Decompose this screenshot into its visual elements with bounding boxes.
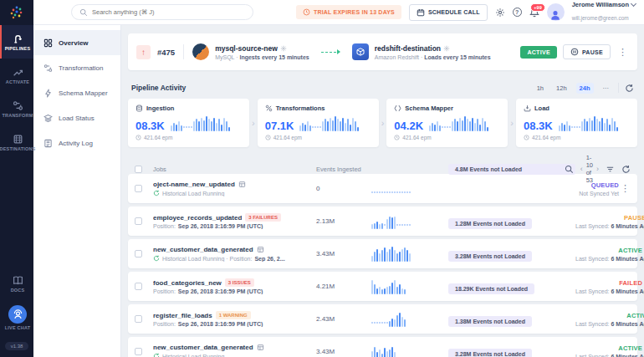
row-checkbox[interactable] [135, 185, 142, 192]
destination-node[interactable]: redshift-destination Amazon Redshift · L… [352, 43, 491, 60]
next-page-button[interactable]: › [596, 165, 599, 173]
subnav-item-transformation[interactable]: Transformation [33, 55, 120, 80]
sidebar-item-docs[interactable]: DOCS [0, 268, 33, 298]
job-subline: Historical Load Running [153, 190, 316, 196]
source-settings-icon[interactable] [280, 45, 287, 52]
events-not-loaded-badge: 1.38M Events not Loaded [448, 316, 532, 327]
search-input[interactable] [92, 8, 245, 16]
pause-button[interactable]: PAUSE [563, 44, 611, 59]
refresh-icon[interactable] [621, 165, 631, 174]
subnav-item-activity-log[interactable]: Activity Log [33, 130, 120, 156]
sidebar-item-live-chat[interactable]: LIVE CHAT [0, 298, 33, 337]
pipeline-menu-button[interactable]: ⋮ [616, 47, 629, 58]
log-icon [43, 139, 53, 148]
chevron-right-icon: › [381, 118, 385, 128]
table-row[interactable]: new_customer_data_generated Historical L… [128, 337, 637, 357]
filter-icon[interactable] [606, 165, 615, 174]
row-checkbox[interactable] [135, 283, 142, 290]
range-24h[interactable]: 24h [576, 83, 594, 94]
subnav-item-overview[interactable]: Overview [33, 30, 120, 55]
job-sparkline [371, 344, 448, 357]
chevron-right-icon: › [510, 118, 514, 128]
app-logo[interactable] [0, 0, 33, 25]
notification-count-badge: +99 [530, 3, 544, 12]
stat-value: 04.2K [394, 120, 423, 131]
row-checkbox[interactable] [135, 348, 142, 355]
subnav-item-load-status[interactable]: Load Status [33, 105, 120, 130]
job-sync-info: Last Synced: 6 Minutes Ago [575, 223, 644, 229]
settings-button[interactable] [495, 8, 505, 18]
sidebar-item-label: ACTIVATE [6, 79, 29, 84]
table-row[interactable]: employee_records_updated 3 FAILURES Posi… [128, 207, 637, 236]
avatar[interactable] [547, 3, 565, 21]
main-content: ↑ #475 mysql-source-new MySQL · Ingests … [121, 25, 644, 357]
activity-title: Pipeline Activity [131, 84, 186, 92]
divider [618, 83, 619, 93]
job-sync-info: Last Synced: 6 Minutes Ago [575, 321, 644, 327]
clock-icon [135, 135, 141, 140]
table-row[interactable]: register_file_loads 1 WARNING Position: … [128, 304, 637, 334]
events-not-loaded-badge: 3.28M Events not Loaded [448, 251, 532, 262]
transformation-icon [43, 64, 53, 73]
help-button[interactable]: ? [513, 8, 522, 17]
stat-card-schema-mapper[interactable]: Schema Mapper 04.2K 421.64 epm [386, 99, 508, 147]
refresh-icon[interactable] [625, 84, 634, 93]
sidebar-item-pipelines[interactable]: PIPELINES [0, 25, 33, 59]
job-tag-badge: 1 WARNING [216, 311, 251, 319]
sidebar-item-transform[interactable]: TRANSFORM [0, 92, 33, 125]
table-row[interactable]: food_categories_new 3 ISSUES Position: S… [128, 272, 637, 301]
subnav-item-schema-mapper[interactable]: Schema Mapper [33, 80, 120, 105]
user-email: will.jerome@green.com [572, 15, 629, 21]
schedule-call-button[interactable]: SCHEDULE CALL [409, 4, 488, 21]
range-1h[interactable]: 1h [534, 83, 547, 94]
events-not-loaded-badge: 18.29K Events not Loaded [448, 283, 534, 294]
row-checkbox[interactable] [135, 217, 142, 225]
user-menu[interactable]: Jerome Williamson will.jerome@green.com [572, 1, 636, 23]
destination-settings-icon[interactable] [443, 45, 450, 52]
job-sync-info: Last Synced: 6 Minutes Ago [575, 354, 644, 357]
search-box[interactable] [71, 4, 253, 20]
transform-icon [265, 105, 273, 112]
sidebar-item-label: TRANSFORM [3, 113, 33, 118]
job-subline: Historical Load Running · Position: Sep … [153, 255, 316, 262]
job-subline: Position: Sep 26, 2018 3:16:59 PM (UTC) [153, 223, 316, 229]
notifications-button[interactable]: +99 [529, 8, 539, 18]
job-name: new_customer_data_generated [153, 246, 253, 253]
job-status: ACTIVE [575, 247, 644, 254]
clock-icon [303, 8, 310, 16]
topbar: TRIAL EXPIRES IN 13 DAYS SCHEDULE CALL ?… [33, 0, 644, 25]
table-row[interactable]: oject-name_new_updated Historical Load R… [128, 174, 637, 203]
gear-icon [495, 8, 505, 18]
row-checkbox[interactable] [135, 250, 142, 258]
search-icon[interactable] [565, 165, 574, 174]
select-all-checkbox[interactable] [135, 166, 142, 173]
job-name: new_customer_data_generated [153, 344, 253, 351]
pipeline-status-badge: ACTIVE [520, 46, 556, 59]
pagination: ‹ 1-10 of 53 › [580, 154, 599, 184]
range-12h[interactable]: 12h [553, 83, 570, 94]
destination-subtitle: Amazon Redshift · Loads every 15 minutes [375, 54, 491, 60]
job-name: oject-name_new_updated [153, 181, 235, 188]
sidebar-item-activate[interactable]: ACTIVATE [0, 59, 33, 92]
stat-card-load[interactable]: Load 08.3K 421.64 epm [516, 99, 637, 147]
layers-icon [43, 114, 53, 123]
stat-value: 08.3K [524, 120, 553, 131]
clock-icon [394, 135, 400, 140]
row-checkbox[interactable] [135, 315, 142, 323]
row-menu-button[interactable]: ⋮ [619, 183, 631, 194]
sidebar-item-label: DOCS [11, 288, 25, 293]
redshift-logo-icon [352, 43, 369, 60]
sidebar-item-destinations[interactable]: DESTINATIONS [0, 125, 33, 159]
job-sync-info: Not Synced Yet [575, 191, 619, 196]
table-row[interactable]: new_customer_data_generated Historical L… [128, 239, 637, 268]
stat-value: 07.1K [265, 120, 294, 131]
prev-page-button[interactable]: ‹ [580, 165, 583, 173]
job-name: register_file_loads [153, 312, 212, 319]
source-node[interactable]: mysql-source-new MySQL · Ingests every 1… [192, 43, 309, 60]
pipelines-icon [13, 33, 23, 44]
stat-card-ingestion[interactable]: Ingestion 08.3K 421.64 epm [128, 99, 249, 147]
range-more-button[interactable]: ··· [600, 83, 613, 94]
events-not-loaded-badge: 1.28M Events not Loaded [448, 218, 532, 229]
stat-card-transformations[interactable]: Transformations 07.1K 421.64 epm [258, 99, 379, 147]
sparkline [559, 116, 618, 131]
